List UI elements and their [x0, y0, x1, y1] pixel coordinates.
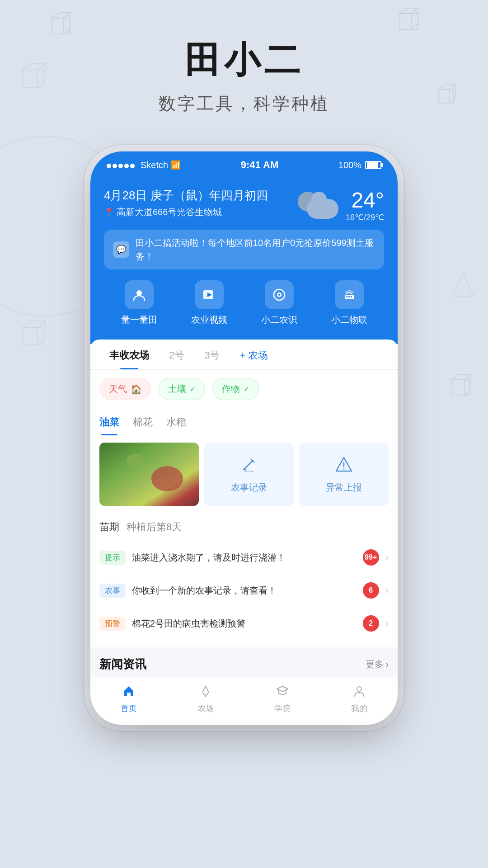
notice-text: 田小二搞活动啦！每个地区前10名用户0元抢原价599测土服务！: [136, 236, 375, 263]
measure-label: 量一量田: [121, 314, 157, 326]
battery-icon: [365, 161, 381, 169]
status-right: 100%: [338, 160, 381, 170]
app-header: 田小二 数字工具，科学种植: [0, 0, 488, 133]
notif-tag-warn: 预警: [99, 617, 126, 631]
crop-tabs: 油菜 棉花 水稻: [90, 408, 398, 435]
seedling-stage-value: 种植后第8天: [127, 520, 182, 534]
seedling-info: 苗期 种植后第8天: [90, 513, 398, 538]
farm-record-card[interactable]: 农事记录: [204, 443, 294, 506]
field-images: 农事记录 异常上报: [90, 435, 398, 513]
profile-label: 我的: [351, 703, 367, 714]
time-display: 9:41 AM: [241, 159, 279, 171]
temp-range-value: 16℃/29℃: [346, 212, 384, 222]
app-title: 田小二: [0, 36, 488, 85]
carrier-label: Sketch: [141, 160, 168, 170]
farm-icon: [199, 684, 212, 700]
anomaly-report-label: 异常上报: [326, 481, 362, 494]
weather-date: 4月28日 庚子（鼠）年四月初四: [104, 188, 268, 203]
notice-banner[interactable]: 💬 田小二搞活动啦！每个地区前10名用户0元抢原价599测土服务！: [104, 230, 384, 269]
field-image-placeholder: [99, 443, 199, 506]
farm-tabs: 丰收农场 2号 3号 + 农场: [90, 340, 398, 370]
weather-chip-icon: 🏠: [131, 384, 142, 395]
weather-chip[interactable]: 天气 🏠: [99, 378, 151, 400]
quick-actions: 量一量田 农业视频: [104, 280, 384, 330]
svg-rect-28: [351, 296, 352, 297]
notif-item-tip[interactable]: 提示 油菜进入浇水期了，请及时进行浇灌！ 99+ ›: [90, 541, 398, 574]
action-iot[interactable]: 小二物联: [331, 280, 367, 326]
svg-rect-27: [348, 296, 350, 297]
measure-icon: [125, 280, 154, 309]
status-bar: Sketch 📶 9:41 AM 100%: [90, 151, 398, 179]
video-icon: [195, 280, 224, 309]
notif-arrow-farm: ›: [385, 585, 389, 596]
nav-academy[interactable]: 学院: [274, 684, 291, 714]
nav-profile[interactable]: 我的: [351, 684, 367, 714]
notif-text-farm: 你收到一个新的农事记录，请查看！: [132, 585, 357, 597]
action-knowledge[interactable]: 小二农识: [261, 280, 297, 326]
action-video[interactable]: 农业视频: [191, 280, 227, 326]
farm-record-icon: [240, 455, 258, 477]
news-section-title: 新闻资讯: [99, 656, 146, 672]
farm-tab-1[interactable]: 丰收农场: [99, 340, 159, 369]
status-chips: 天气 🏠 土壤 ✓ 作物 ✓: [90, 370, 398, 408]
notif-badge-farm: 6: [363, 582, 379, 599]
svg-point-38: [357, 687, 361, 691]
notif-item-farm[interactable]: 农事 你收到一个新的农事记录，请查看！ 6 ›: [90, 574, 398, 607]
iot-icon: [335, 280, 364, 309]
weather-location: 📍 高新大道666号光谷生物城: [104, 206, 268, 218]
phone-frame: Sketch 📶 9:41 AM 100% 4月28日 庚子（鼠）年四月初四 📍: [90, 151, 398, 725]
notif-tag-tip: 提示: [99, 551, 126, 565]
news-more-arrow: ›: [385, 659, 389, 670]
svg-point-19: [136, 290, 142, 296]
soil-chip-label: 土壤: [168, 383, 186, 395]
farm-tab-2[interactable]: 2号: [159, 340, 194, 369]
soil-chip[interactable]: 土壤 ✓: [159, 378, 205, 400]
farm-tab-3[interactable]: 3号: [194, 340, 230, 369]
weather-info: 4月28日 庚子（鼠）年四月初四 📍 高新大道666号光谷生物城: [104, 188, 268, 218]
crop-chip-label: 作物: [222, 383, 240, 395]
weather-temp-area: 24° 16℃/29℃: [298, 188, 384, 222]
farm-tab-add[interactable]: + 农场: [230, 340, 278, 369]
anomaly-report-card[interactable]: 异常上报: [299, 443, 389, 506]
blue-header: 4月28日 庚子（鼠）年四月初四 📍 高新大道666号光谷生物城 24° 16℃…: [90, 179, 398, 344]
weather-temperature: 24° 16℃/29℃: [346, 188, 384, 222]
news-header: 新闻资讯 更多 ›: [90, 647, 398, 677]
weather-chip-label: 天气: [109, 383, 127, 395]
anomaly-icon: [335, 455, 353, 477]
svg-rect-26: [346, 296, 347, 297]
content-area: 丰收农场 2号 3号 + 农场 天气 🏠 土壤 ✓ 作物 ✓: [90, 340, 398, 725]
knowledge-label: 小二农识: [261, 314, 297, 326]
action-measure[interactable]: 量一量田: [121, 280, 157, 326]
seedling-stage-label: 苗期: [99, 520, 119, 534]
home-icon: [122, 684, 135, 700]
crop-tab-oilseed[interactable]: 油菜: [99, 415, 119, 435]
svg-point-36: [343, 468, 345, 469]
weather-cloud-icon: [298, 192, 338, 219]
bottom-navigation: 首页 农场: [90, 677, 398, 725]
knowledge-icon: [265, 280, 294, 309]
notice-icon: 💬: [113, 241, 129, 258]
news-more-button[interactable]: 更多 ›: [366, 658, 389, 670]
crop-chip[interactable]: 作物 ✓: [212, 378, 259, 400]
battery-percent: 100%: [338, 160, 361, 170]
crop-tab-rice[interactable]: 水稻: [166, 415, 186, 435]
temp-main-value: 24°: [346, 188, 384, 212]
nav-farm[interactable]: 农场: [197, 684, 214, 714]
farm-label: 农场: [197, 703, 214, 714]
academy-label: 学院: [274, 703, 291, 714]
wifi-icon: 📶: [171, 160, 181, 170]
field-satellite-image[interactable]: [99, 443, 199, 506]
notif-badge-warn: 2: [363, 615, 379, 632]
crop-tab-cotton[interactable]: 棉花: [133, 415, 153, 435]
nav-home[interactable]: 首页: [121, 684, 137, 714]
news-more-label: 更多: [366, 658, 384, 670]
weather-row: 4月28日 庚子（鼠）年四月初四 📍 高新大道666号光谷生物城 24° 16℃…: [104, 188, 384, 222]
status-left: Sketch 📶: [107, 159, 181, 171]
notification-list: 提示 油菜进入浇水期了，请及时进行浇灌！ 99+ › 农事 你收到一个新的农事记…: [90, 538, 398, 647]
svg-rect-32: [99, 443, 199, 506]
svg-point-24: [278, 294, 280, 296]
notif-text-warn: 棉花2号田的病虫害检测预警: [132, 618, 357, 630]
signal-dots: [107, 159, 136, 171]
academy-icon: [276, 684, 289, 700]
notif-item-warn[interactable]: 预警 棉花2号田的病虫害检测预警 2 ›: [90, 607, 398, 640]
